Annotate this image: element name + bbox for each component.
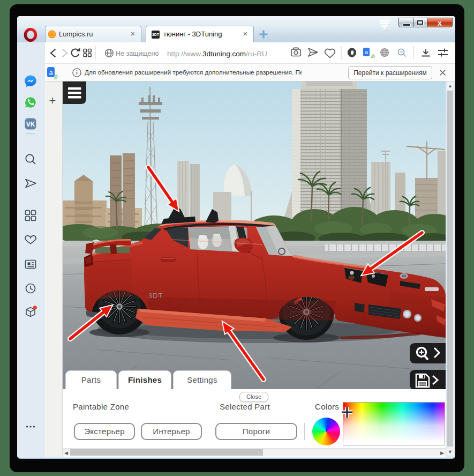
svg-text:あ: あ <box>54 73 58 79</box>
svg-text:http://www.3dtuning.com/ru-RU: http://www.3dtuning.com/ru-RU <box>167 50 267 58</box>
svg-text:a: a <box>365 49 368 55</box>
svg-text:あ: あ <box>371 53 376 58</box>
svg-text:x: x <box>438 19 442 27</box>
svg-text:3DT: 3DT <box>148 292 163 300</box>
svg-text:Не защищено: Не защищено <box>116 50 159 57</box>
svg-text:a: a <box>49 69 53 77</box>
svg-text:VK: VK <box>26 121 35 128</box>
